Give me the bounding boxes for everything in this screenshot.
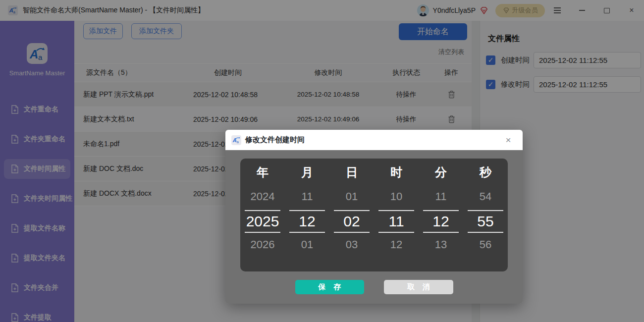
dialog-close-button[interactable]: × (501, 130, 516, 150)
picker-divider-bottom (334, 232, 370, 233)
picker-column-header: 时 (390, 164, 402, 180)
picker-column: 月 11 12 01 (285, 159, 329, 271)
picker-divider-bottom (289, 232, 325, 233)
picker-column: 秒 54 55 56 (463, 159, 508, 271)
picker-column: 年 2024 2025 2026 (240, 159, 285, 271)
picker-value-below[interactable]: 56 (480, 237, 491, 252)
edit-created-time-dialog: A a 修改文件创建时间 × 年 2024 2025 (225, 130, 523, 304)
picker-column: 日 01 02 03 (329, 159, 374, 271)
dialog-body: 年 2024 2025 2026 月 11 12 01 (225, 150, 523, 304)
picker-value-above[interactable]: 2024 (251, 189, 275, 204)
picker-value-selected[interactable]: 2025 (246, 211, 279, 232)
picker-value-above[interactable]: 10 (390, 189, 402, 204)
picker-column: 分 11 12 13 (419, 159, 463, 271)
picker-value-above[interactable]: 11 (435, 189, 447, 204)
picker-column: 时 10 11 12 (374, 159, 419, 271)
app-window: A a 智能文件命名大师(SmartName Master) - 【文件时间属性… (0, 0, 644, 322)
picker-column-header: 日 (346, 164, 358, 180)
save-button[interactable]: 保 存 (295, 280, 364, 294)
picker-divider-bottom (468, 232, 503, 233)
picker-value-below[interactable]: 12 (390, 237, 402, 252)
picker-column-header: 秒 (480, 164, 491, 180)
picker-divider-bottom (423, 232, 459, 233)
picker-value-above[interactable]: 54 (480, 189, 491, 204)
cancel-button[interactable]: 取 消 (384, 280, 453, 294)
picker-value-selected[interactable]: 11 (388, 211, 404, 232)
picker-value-selected[interactable]: 02 (343, 211, 360, 232)
picker-value-below[interactable]: 03 (346, 237, 358, 252)
picker-column-header: 年 (257, 164, 268, 180)
picker-value-below[interactable]: 01 (301, 237, 313, 252)
dialog-header: A a 修改文件创建时间 × (225, 130, 523, 150)
picker-value-below[interactable]: 13 (435, 237, 447, 252)
picker-value-above[interactable]: 11 (302, 189, 313, 204)
picker-column-header: 分 (435, 164, 447, 180)
picker-value-above[interactable]: 01 (346, 189, 358, 204)
dialog-logo-icon: A a (231, 135, 241, 145)
svg-text:a: a (237, 139, 239, 144)
dialog-close-icon: × (505, 135, 511, 145)
svg-text:A: A (232, 137, 237, 143)
picker-value-selected[interactable]: 55 (477, 211, 493, 232)
picker-value-below[interactable]: 2026 (251, 237, 275, 252)
picker-divider-bottom (245, 232, 280, 233)
picker-divider-bottom (378, 232, 414, 233)
picker-value-selected[interactable]: 12 (299, 211, 315, 232)
dialog-title: 修改文件创建时间 (245, 135, 305, 145)
picker-column-header: 月 (301, 164, 313, 180)
datetime-wheel-picker: 年 2024 2025 2026 月 11 12 01 (240, 159, 508, 271)
picker-value-selected[interactable]: 12 (432, 211, 449, 232)
